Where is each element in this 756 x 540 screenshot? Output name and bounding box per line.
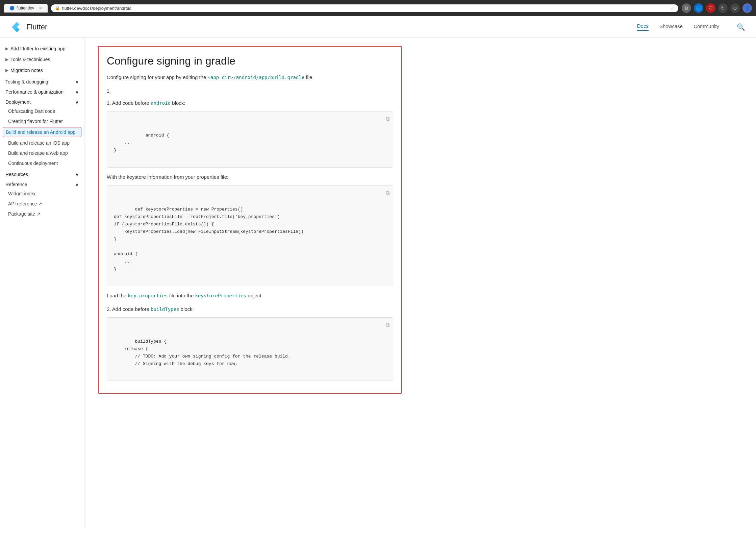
sidebar-item-obfuscating[interactable]: Obfuscating Dart code: [0, 106, 84, 116]
sidebar-label: Continuous deployment: [8, 161, 58, 166]
browser-actions: ⚙ 🌐 🛡 ↻ ⊙ 👤: [682, 3, 752, 13]
nav-links: Docs Showcase Community 🔍: [637, 23, 745, 31]
bookmark-icon[interactable]: ☆: [670, 6, 674, 11]
steps-list: 1. Add code before android block: ⧉ andr…: [107, 88, 393, 168]
logo[interactable]: Flutter: [11, 21, 47, 33]
arrow-icon: ▶: [5, 46, 8, 51]
code-block-1: ⧉ android { ... }: [107, 111, 393, 168]
between-text: With the keystore information from your …: [107, 173, 393, 181]
sidebar-label: Add Flutter to existing app: [10, 46, 66, 51]
code-block-2: ⧉ def keystoreProperties = new Propertie…: [107, 185, 393, 286]
search-icon[interactable]: 🔍: [737, 23, 745, 31]
browser-settings-btn[interactable]: ⚙: [682, 3, 691, 13]
sidebar-item-flavors[interactable]: Creating flavors for Flutter: [0, 116, 84, 126]
tab-title: flutter.dev: [17, 6, 34, 10]
nav-community[interactable]: Community: [694, 23, 719, 30]
sidebar-item-widget-index[interactable]: Widget index: [0, 189, 84, 199]
browser-ext1[interactable]: 🌐: [694, 3, 703, 13]
content-box: Configure signing in gradle Configure si…: [98, 46, 402, 394]
copy-button-3[interactable]: ⧉: [386, 321, 389, 330]
sidebar-item-migration[interactable]: ▶ Migration notes: [0, 65, 84, 76]
page-layout: ▶ Add Flutter to existing app ▶ Tools & …: [0, 38, 756, 528]
tab-favicon: 🔵: [9, 6, 15, 10]
sidebar: ▶ Add Flutter to existing app ▶ Tools & …: [0, 38, 84, 528]
sidebar-item-continuous[interactable]: Continuous deployment: [0, 158, 84, 168]
lock-icon: 🔒: [55, 6, 60, 10]
copy-button-1[interactable]: ⧉: [386, 115, 389, 124]
intro-text-after: file.: [304, 74, 314, 80]
sidebar-item-build-ios[interactable]: Build and release an iOS app: [0, 138, 84, 148]
sidebar-label: Build and release an iOS app: [8, 140, 70, 146]
chevron-down-icon: ∨: [75, 89, 79, 95]
code-block-3: ⧉ buildTypes { release { // TODO: Add yo…: [107, 317, 393, 381]
sidebar-item-build-web[interactable]: Build and release a web app: [0, 148, 84, 158]
sidebar-section-reference[interactable]: Reference ∧: [0, 178, 84, 189]
tab-close[interactable]: ✕: [39, 6, 42, 10]
sidebar-label: Migration notes: [10, 68, 43, 73]
browser-ext2[interactable]: 🛡: [706, 3, 715, 13]
sidebar-label: Tools & techniques: [10, 57, 50, 62]
sidebar-section-label: Deployment: [5, 99, 31, 105]
nav-docs[interactable]: Docs: [637, 23, 649, 31]
sidebar-label: API reference ↗: [8, 201, 43, 206]
address-bar[interactable]: 🔒 flutter.dev/docs/deployment/android ☆: [51, 4, 678, 12]
sidebar-label: Build and release an Android app: [6, 129, 75, 135]
sidebar-section-label: Reference: [5, 182, 27, 187]
arrow-icon: ▶: [5, 57, 8, 62]
step2-text: 2. Add code before buildTypes block:: [107, 305, 393, 313]
sidebar-item-build-android[interactable]: Build and release an Android app: [3, 127, 81, 137]
sidebar-section-label: Testing & debugging: [5, 79, 48, 84]
arrow-icon: ▶: [5, 68, 8, 73]
intro-paragraph: Configure signing for your app by editin…: [107, 73, 393, 81]
flutter-logo-icon: [11, 21, 23, 33]
sidebar-section-resources[interactable]: Resources ∨: [0, 168, 84, 178]
chevron-down-icon: ∨: [75, 172, 79, 177]
sidebar-section-label: Resources: [5, 172, 28, 177]
step-1: 1. Add code before android block: ⧉ andr…: [107, 88, 393, 168]
sidebar-label: Creating flavors for Flutter: [8, 119, 63, 124]
sidebar-section-testing[interactable]: Testing & debugging ∨: [0, 76, 84, 86]
sidebar-label: Build and release a web app: [8, 150, 68, 156]
browser-profile[interactable]: 👤: [742, 3, 752, 13]
browser-tab[interactable]: 🔵 flutter.dev ✕: [4, 4, 48, 13]
main-content: Configure signing in gradle Configure si…: [84, 38, 756, 528]
copy-button-2[interactable]: ⧉: [386, 189, 389, 198]
sidebar-label: Package site ↗: [8, 211, 41, 217]
browser-ext3[interactable]: ↻: [718, 3, 728, 13]
logo-text: Flutter: [26, 23, 47, 31]
sidebar-label: Widget index: [8, 191, 35, 196]
chevron-up-icon: ∧: [75, 99, 79, 105]
chevron-down-icon: ∨: [75, 79, 79, 84]
sidebar-section-performance[interactable]: Performance & optimization ∨: [0, 86, 84, 96]
sidebar-section-deployment[interactable]: Deployment ∧: [0, 96, 84, 106]
intro-code: <app dir>/android/app/build.gradle: [208, 75, 305, 80]
sidebar-item-package-site[interactable]: Package site ↗: [0, 209, 84, 219]
page-title: Configure signing in gradle: [107, 55, 393, 67]
load-text: Load the key.properties file into the ke…: [107, 292, 393, 300]
code-content-1: android { ... }: [114, 133, 169, 153]
browser-chrome: 🔵 flutter.dev ✕ 🔒 flutter.dev/docs/deplo…: [0, 0, 756, 16]
site-header: Flutter Docs Showcase Community 🔍: [0, 16, 756, 38]
sidebar-item-add-flutter[interactable]: ▶ Add Flutter to existing app: [0, 43, 84, 54]
sidebar-item-api-reference[interactable]: API reference ↗: [0, 199, 84, 209]
url-text: flutter.dev/docs/deployment/android: [62, 6, 131, 11]
browser-ext4[interactable]: ⊙: [730, 3, 740, 13]
sidebar-label: Obfuscating Dart code: [8, 108, 55, 114]
code-content-3: buildTypes { release { // TODO: Add your…: [114, 339, 291, 366]
step1-text: 1. Add code before android block:: [107, 99, 393, 107]
sidebar-item-tools[interactable]: ▶ Tools & techniques: [0, 54, 84, 65]
chevron-up-icon: ∧: [75, 182, 79, 187]
sidebar-section-label: Performance & optimization: [5, 89, 64, 95]
intro-text-before: Configure signing for your app by editin…: [107, 74, 208, 80]
code-content-2: def keystoreProperties = new Properties(…: [114, 207, 304, 272]
nav-showcase[interactable]: Showcase: [659, 23, 683, 30]
